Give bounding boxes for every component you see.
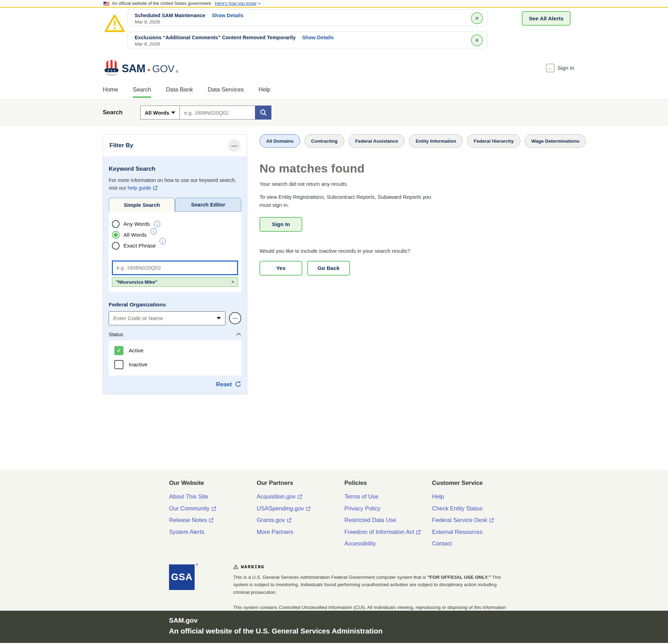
nav-item-data-bank[interactable]: Data Bank	[166, 85, 193, 100]
checkbox-inactive[interactable]	[114, 360, 123, 369]
nav-item-data-services[interactable]: Data Services	[208, 85, 244, 100]
info-icon[interactable]: i	[150, 228, 157, 235]
alert-card: Exclusions “Additional Comments” Content…	[127, 32, 488, 48]
chevron-up-icon	[236, 333, 241, 336]
footer-heading: Policies	[344, 480, 432, 487]
footer-link-our-community[interactable]: Our Community	[169, 506, 257, 511]
footer-link-acquisition-gov[interactable]: Acquisition.gov	[257, 494, 344, 500]
external-link-icon	[306, 506, 311, 511]
domain-tab-entity-information[interactable]: Entity Information	[409, 134, 463, 148]
help-guide-link[interactable]: help guide	[128, 185, 158, 191]
footer-link-check-entity-status[interactable]: Check Entity Status	[432, 506, 520, 511]
main-content: Filter By — Keyword Search For more info…	[0, 126, 668, 470]
federal-organizations-select[interactable]: Enter Code or Name	[109, 311, 225, 325]
reset-link[interactable]: Reset	[216, 381, 232, 388]
alert-title: Scheduled SAM Maintenance	[135, 13, 205, 18]
us-flag-icon	[103, 2, 109, 6]
domain-tab-all-domains[interactable]: All Domains	[259, 134, 300, 148]
footer-link-usaspending-gov[interactable]: USASpending.gov	[257, 506, 344, 511]
show-details-link[interactable]: Show Details	[302, 35, 333, 40]
see-all-alerts-button[interactable]: See All Alerts	[522, 11, 571, 26]
radio-any-words-label: Any Words	[123, 221, 150, 227]
more-options-button[interactable]: ⋯	[229, 312, 241, 324]
nav-item-home[interactable]: Home	[103, 85, 118, 100]
keyword-tag-label: "Nkurunziza Mike"	[116, 279, 157, 285]
domain-tab-federal-assistance[interactable]: Federal Assistance	[349, 134, 405, 148]
footer-link-federal-service-desk[interactable]: Federal Service Desk	[432, 517, 520, 523]
logo-gov-text: GOV	[152, 60, 174, 77]
alert-date: Mar 9, 2026	[135, 19, 466, 25]
no-matches-heading: No matches found	[259, 162, 558, 175]
sign-in-link[interactable]: ← Sign In	[546, 64, 574, 72]
footer-link-privacy-policy[interactable]: Privacy Policy	[344, 506, 432, 511]
footer-link-foia[interactable]: Freedom of Information Act	[344, 529, 432, 535]
footer-link-about-this-site[interactable]: About This Site	[169, 494, 257, 500]
refresh-icon[interactable]	[235, 381, 241, 387]
alerts-section: Scheduled SAM Maintenance Show Details M…	[0, 8, 668, 53]
sign-in-button[interactable]: Sign In	[259, 217, 302, 232]
radio-exact-phrase[interactable]	[112, 242, 120, 250]
sam-gov-logo[interactable]: ★ ★ ★ SAM★GOV®	[103, 59, 178, 77]
caret-down-icon	[217, 317, 221, 319]
info-icon[interactable]: i	[160, 238, 166, 244]
warning-small-icon	[233, 564, 238, 569]
domain-tab-contracting[interactable]: Contracting	[304, 134, 344, 148]
warning-paragraph-1: This is a U.S. General Services Administ…	[233, 574, 510, 596]
nav-item-search[interactable]: Search	[133, 85, 151, 100]
go-back-button[interactable]: Go Back	[307, 261, 350, 276]
domain-tab-federal-hierarchy[interactable]: Federal Hierarchy	[467, 134, 520, 148]
search-input[interactable]	[180, 106, 255, 120]
include-inactive-question: Would you like to include inactive recor…	[259, 248, 558, 254]
info-icon[interactable]: i	[154, 221, 160, 227]
footer-column-our-website: Our Website About This Site Our Communit…	[169, 480, 257, 553]
footer-link-external-resources[interactable]: External Resources	[432, 529, 520, 535]
keyword-tag: "Nkurunziza Mike" ×	[112, 277, 238, 287]
external-link-icon	[416, 530, 421, 535]
radio-any-words[interactable]	[112, 220, 120, 228]
footer-link-help[interactable]: Help	[432, 494, 520, 500]
no-results-message: Your search did not return any results.	[259, 181, 558, 187]
tab-search-editor[interactable]: Search Editor	[175, 198, 241, 212]
close-icon[interactable]: ×	[471, 34, 483, 46]
logo-registered-mark: ®	[176, 67, 178, 77]
footer-link-release-notes[interactable]: Release Notes	[169, 517, 257, 523]
footer-link-contact[interactable]: Contact	[432, 541, 520, 547]
logo-star-icon: ★	[147, 63, 151, 77]
radio-all-words[interactable]	[112, 231, 120, 239]
alert-title: Exclusions “Additional Comments” Content…	[135, 35, 296, 40]
yes-button[interactable]: Yes	[259, 261, 302, 276]
footer-link-restricted-data-use[interactable]: Restricted Data Use	[344, 517, 432, 523]
nav-item-help[interactable]: Help	[258, 85, 270, 100]
status-title: Status	[109, 332, 123, 337]
remove-tag-icon[interactable]: ×	[231, 279, 234, 285]
search-button[interactable]	[255, 106, 271, 120]
results-area: All Domains Contracting Federal Assistan…	[259, 134, 558, 276]
keyword-input[interactable]	[112, 260, 238, 275]
checkbox-inactive-label: Inactive	[129, 361, 147, 368]
footer-link-accessibility[interactable]: Accessibility	[344, 541, 432, 547]
collapse-panel-button[interactable]: —	[228, 139, 241, 152]
system-warning: WARNING This is a U.S. General Services …	[233, 564, 510, 619]
filter-panel: Filter By — Keyword Search For more info…	[103, 134, 247, 394]
domain-tab-wage-determinations[interactable]: Wage Determinations	[525, 134, 586, 148]
alert-card: Scheduled SAM Maintenance Show Details M…	[127, 9, 488, 26]
show-details-link[interactable]: Show Details	[212, 13, 243, 18]
gsa-registered-mark: ®	[196, 563, 198, 567]
chevron-down-icon	[258, 2, 261, 5]
gov-banner: An official website of the United States…	[0, 0, 668, 8]
federal-organizations-title: Federal Organizations	[109, 301, 241, 308]
search-band: Search All Words	[0, 100, 668, 126]
svg-text:★: ★	[107, 69, 109, 72]
footer-link-grants-gov[interactable]: Grants.gov	[257, 517, 344, 523]
footer-link-terms-of-use[interactable]: Terms of Use	[344, 494, 432, 500]
footer-link-system-alerts[interactable]: System Alerts	[169, 529, 257, 535]
search-mode-select[interactable]: All Words	[140, 106, 180, 120]
tab-simple-search[interactable]: Simple Search	[109, 198, 175, 212]
footer-column-policies: Policies Terms of Use Privacy Policy Res…	[344, 480, 432, 553]
close-icon[interactable]: ×	[471, 12, 483, 24]
status-section-toggle[interactable]: Status	[109, 332, 241, 337]
footer-heading: Our Partners	[257, 480, 344, 487]
footer-link-more-partners[interactable]: More Partners	[257, 529, 344, 535]
checkbox-active[interactable]: ✓	[114, 346, 123, 355]
heres-how-you-know-link[interactable]: Here’s how you know	[215, 1, 261, 6]
